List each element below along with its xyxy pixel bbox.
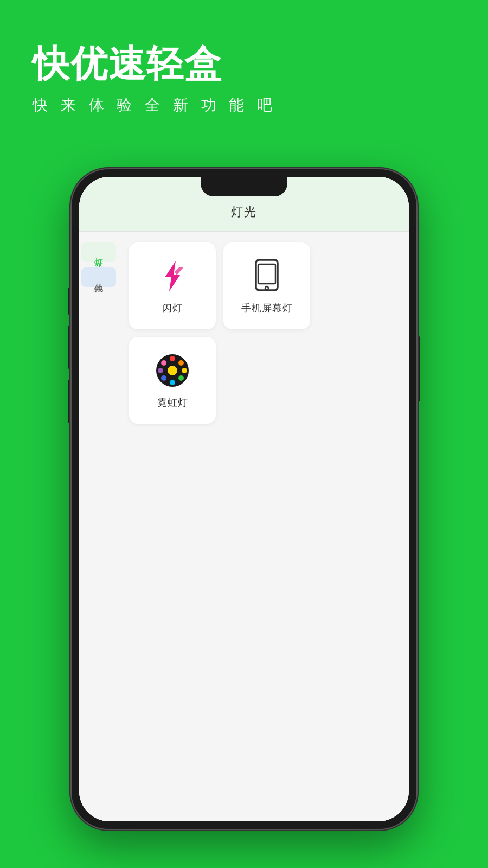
phone-screen-label: 手机屏幕灯	[241, 302, 293, 315]
grid-content: 闪灯	[118, 232, 409, 821]
side-button-power	[418, 336, 420, 401]
svg-point-13	[161, 360, 166, 366]
screen-header-title: 灯光	[231, 205, 257, 219]
flash-icon	[153, 257, 191, 295]
neon-icon	[153, 352, 191, 390]
svg-rect-3	[258, 264, 275, 284]
sidebar-item-other[interactable]: 其他	[81, 267, 116, 287]
neon-card[interactable]: 霓虹灯	[129, 337, 216, 424]
phone-screen-icon	[248, 257, 286, 295]
phone-mockup: 灯光 灯光 其他	[70, 168, 418, 830]
phone-screen-area: 灯光 灯光 其他	[79, 177, 409, 821]
sidebar-item-light[interactable]: 灯光	[81, 242, 116, 262]
phone-screen-card[interactable]: 手机屏幕灯	[223, 242, 310, 329]
flash-label: 闪灯	[162, 302, 183, 315]
flash-card[interactable]: 闪灯	[129, 242, 216, 329]
svg-point-4	[265, 286, 268, 290]
svg-point-10	[170, 380, 175, 385]
sidebar: 灯光 其他	[79, 232, 118, 821]
phone-notch	[201, 177, 287, 196]
screen-body: 灯光 其他	[79, 232, 409, 821]
header-section: 快优速轻盒 快 来 体 验 全 新 功 能 吧	[0, 0, 488, 137]
grid-row-1: 闪灯	[129, 242, 398, 329]
app-title: 快优速轻盒	[33, 43, 455, 84]
grid-row-2: 霓虹灯	[129, 337, 398, 424]
svg-point-12	[158, 368, 163, 373]
svg-point-6	[170, 356, 175, 361]
screen-content: 灯光 灯光 其他	[79, 177, 409, 821]
svg-marker-1	[175, 267, 183, 275]
app-background: 快优速轻盒 快 来 体 验 全 新 功 能 吧 灯光	[0, 0, 488, 868]
svg-marker-0	[165, 261, 180, 291]
svg-point-7	[178, 360, 184, 366]
svg-point-14	[168, 366, 177, 375]
svg-point-11	[161, 375, 166, 381]
neon-label: 霓虹灯	[157, 396, 188, 409]
svg-point-8	[182, 368, 187, 373]
svg-point-9	[178, 375, 184, 381]
app-subtitle: 快 来 体 验 全 新 功 能 吧	[33, 95, 455, 116]
